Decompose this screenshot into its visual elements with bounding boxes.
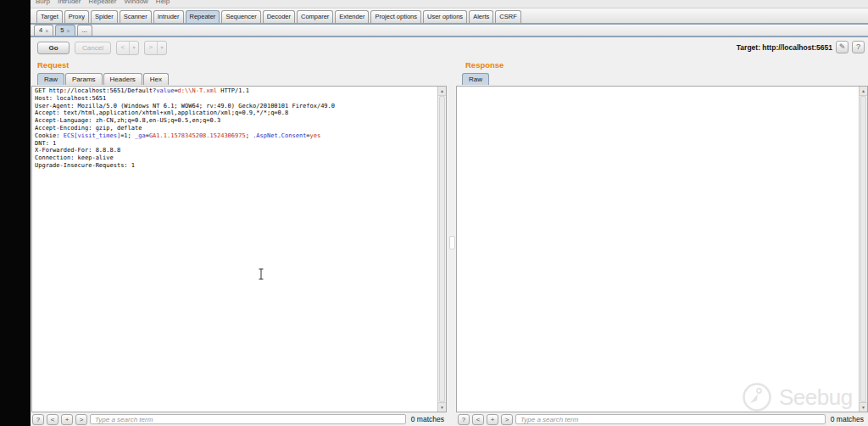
menu-item-help[interactable]: Help [156,0,170,8]
response-search-bar: ? < + > 0 matches [458,413,866,425]
back-icon[interactable]: < [117,42,129,54]
main-tab-intruder[interactable]: Intruder [153,10,184,23]
request-line: X-Forwarded-For: 8.8.8.8 [35,147,437,154]
repeater-tab-label: 4 [39,25,42,36]
desktop-background-strip [0,0,31,426]
request-line: Connection: keep-alive [35,154,437,162]
main-tab-csrf[interactable]: CSRF [495,10,520,23]
request-scrollbar[interactable]: ▲ ▼ [437,87,446,412]
scroll-down-icon[interactable]: ▼ [860,402,867,412]
main-tab-comparer[interactable]: Comparer [297,10,333,23]
request-line: User-Agent: Mozilla/5.0 (Windows NT 6.1;… [35,103,437,110]
request-line-segment: ; [246,132,253,139]
cancel-button[interactable]: Cancel [75,42,111,54]
search-help-button[interactable]: ? [32,414,44,425]
request-line: Accept-Encoding: gzip, deflate [35,125,437,132]
main-tab-sequencer[interactable]: Sequencer [221,10,260,23]
request-tab-params[interactable]: Params [65,73,103,85]
request-line-segment: Accept-Language: zh-CN,zh;q=0.8,en-US;q=… [35,117,220,124]
main-tab-project-options[interactable]: Project options [370,10,421,23]
menu-item-repeater[interactable]: Repeater [88,0,116,8]
main-tab-repeater[interactable]: Repeater [186,10,220,23]
edit-target-button[interactable]: ✎ [836,41,849,53]
main-tab-spider[interactable]: Spider [91,10,118,23]
history-back-button[interactable]: < ▾ [116,41,139,55]
chevron-down-icon[interactable]: ▾ [157,42,166,54]
request-line-segment: GET http://localhost:5651/Default? [35,87,156,94]
repeater-tab-label: 5 [60,25,64,36]
main-tab-decoder[interactable]: Decoder [263,10,295,23]
target-label: Target: http://localhost:5651 [737,43,832,52]
request-line-segment: Cookie: [35,132,64,139]
request-tab-bar: RawParamsHeadersHex [37,72,447,85]
request-line-segment: Connection: keep-alive [35,154,114,161]
search-prev-button[interactable]: < [472,414,484,425]
search-options-button[interactable]: + [487,414,498,425]
help-button[interactable]: ? [852,41,865,53]
request-tab-hex[interactable]: Hex [143,73,169,85]
repeater-tab-4[interactable]: 4× [34,25,53,36]
request-line-segment: value [156,87,174,94]
repeater-tab-tab[interactable]: ... [77,25,92,36]
main-tab-user-options[interactable]: User options [423,10,467,23]
menu-item-window[interactable]: Window [124,0,147,8]
burp-repeater-screen: BurpIntruderRepeaterWindowHelp TargetPro… [0,0,868,426]
menu-item-burp[interactable]: Burp [36,0,50,8]
search-input[interactable] [90,414,406,424]
search-next-button[interactable]: > [501,414,513,425]
toolbar-buttons: Go Cancel < ▾ > ▾ [37,41,167,55]
request-tab-headers[interactable]: Headers [103,73,142,85]
search-prev-button[interactable]: < [47,414,58,425]
chevron-down-icon[interactable]: ▾ [129,42,138,54]
match-count: 0 matches [411,415,444,423]
main-tab-scanner[interactable]: Scanner [120,10,152,23]
request-line-segment: Accept: text/html,application/xhtml+xml,… [35,109,288,116]
search-next-button[interactable]: > [75,414,87,425]
repeater-tab-label: ... [82,25,87,36]
close-tab-icon[interactable]: × [66,28,70,34]
response-tab-raw[interactable]: Raw [462,73,489,85]
request-line-segment: GA1.1.1578345208.1524306975 [149,132,246,139]
main-tab-alerts[interactable]: Alerts [469,10,493,23]
response-scrollbar[interactable]: ▲ ▼ [859,87,867,412]
request-line-segment: ECS[visit_times] [64,132,120,139]
request-editor[interactable]: GET http://localhost:5651/Default?value=… [35,87,437,411]
search-help-button[interactable]: ? [458,414,470,425]
request-line-segment: Accept-Encoding: gzip, deflate [35,125,142,132]
panel-divider-handle[interactable] [449,236,455,249]
repeater-tab-bar: 4×5×... [31,25,868,37]
response-panel-title: Response [465,60,868,70]
request-line: DNT: 1 [35,140,437,148]
request-line: GET http://localhost:5651/Default?value=… [35,87,437,95]
response-panel: Response Raw ▲ ▼ [456,58,868,412]
scrollbar-thumb[interactable] [439,96,445,402]
scroll-down-icon[interactable]: ▼ [438,402,446,412]
repeater-tab-5[interactable]: 5× [55,25,75,36]
go-button[interactable]: Go [37,42,70,54]
text-cursor [258,268,264,283]
target-area: Target: http://localhost:5651 ✎ ? [737,41,865,53]
close-tab-icon[interactable]: × [45,28,48,34]
request-line-segment: Upgrade-Insecure-Requests: 1 [35,162,135,169]
request-line-segment: HTTP/1.1 [217,87,249,94]
search-input[interactable] [515,414,826,424]
request-line-segment: yes [310,132,321,139]
request-line-segment: .AspNet.Consent [253,132,306,139]
main-tab-target[interactable]: Target [36,10,63,23]
scroll-up-icon[interactable]: ▲ [438,87,446,96]
history-forward-button[interactable]: > ▾ [144,41,167,55]
response-editor[interactable] [459,87,858,411]
scrollbar-thumb[interactable] [860,96,866,402]
main-tab-proxy[interactable]: Proxy [64,10,89,23]
request-line-segment: d:\\N-T.xml [178,87,217,94]
response-tab-bar: Raw [462,72,868,85]
menu-bar: BurpIntruderRepeaterWindowHelp [31,0,868,8]
request-line-segment: _ga [135,132,146,139]
forward-icon[interactable]: > [145,42,157,54]
request-line: Upgrade-Insecure-Requests: 1 [35,162,437,170]
request-tab-raw[interactable]: Raw [37,73,64,85]
main-tab-extender[interactable]: Extender [335,10,369,23]
search-options-button[interactable]: + [61,414,73,425]
menu-item-intruder[interactable]: Intruder [58,0,81,8]
scroll-up-icon[interactable]: ▲ [860,87,867,96]
